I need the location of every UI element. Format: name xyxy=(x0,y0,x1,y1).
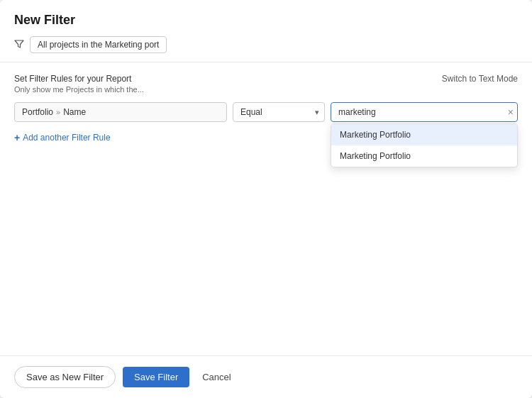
save-filter-button[interactable]: Save Filter xyxy=(123,367,189,387)
dropdown-item-0[interactable]: Marketing Portfolio xyxy=(331,124,517,145)
value-input[interactable] xyxy=(331,102,518,122)
modal-title: New Filter xyxy=(14,13,518,28)
scope-badge[interactable]: All projects in the Marketing port xyxy=(30,36,167,53)
filter-instructions-block: Set Filter Rules for your Report Only sh… xyxy=(14,74,144,94)
switch-text-mode-link[interactable]: Switch to Text Mode xyxy=(442,74,518,84)
cancel-button[interactable]: Cancel xyxy=(196,367,236,387)
value-input-wrapper: × Marketing Portfolio Marketing Portfoli… xyxy=(331,102,518,122)
field-part2: Name xyxy=(63,107,86,117)
modal-header: New Filter All projects in the Marketing… xyxy=(0,0,532,62)
new-filter-modal: New Filter All projects in the Marketing… xyxy=(0,0,532,398)
modal-body: Set Filter Rules for your Report Only sh… xyxy=(0,62,532,355)
field-part1: Portfolio xyxy=(22,107,53,117)
operator-wrapper: Equal Not Equal Contains Does Not Contai… xyxy=(233,102,325,122)
filter-instructions: Set Filter Rules for your Report xyxy=(14,74,144,84)
filter-header-row: Set Filter Rules for your Report Only sh… xyxy=(14,74,518,94)
scope-row: All projects in the Marketing port xyxy=(14,36,518,53)
filter-rule-row: Portfolio » Name Equal Not Equal Contain… xyxy=(14,102,518,122)
filter-subtitle: Only show me Projects in which the... xyxy=(14,85,144,94)
field-selector[interactable]: Portfolio » Name xyxy=(14,102,227,122)
clear-value-button[interactable]: × xyxy=(508,107,514,117)
save-as-new-filter-button[interactable]: Save as New Filter xyxy=(14,366,116,388)
chevron-right-icon: » xyxy=(56,108,60,116)
dropdown-list: Marketing Portfolio Marketing Portfolio xyxy=(331,123,518,167)
modal-footer: Save as New Filter Save Filter Cancel xyxy=(0,355,532,398)
funnel-icon xyxy=(14,39,24,51)
operator-select[interactable]: Equal Not Equal Contains Does Not Contai… xyxy=(233,102,325,122)
dropdown-item-1[interactable]: Marketing Portfolio xyxy=(331,145,517,167)
plus-icon: + xyxy=(14,132,20,143)
add-filter-rule-label: Add another Filter Rule xyxy=(23,133,110,143)
